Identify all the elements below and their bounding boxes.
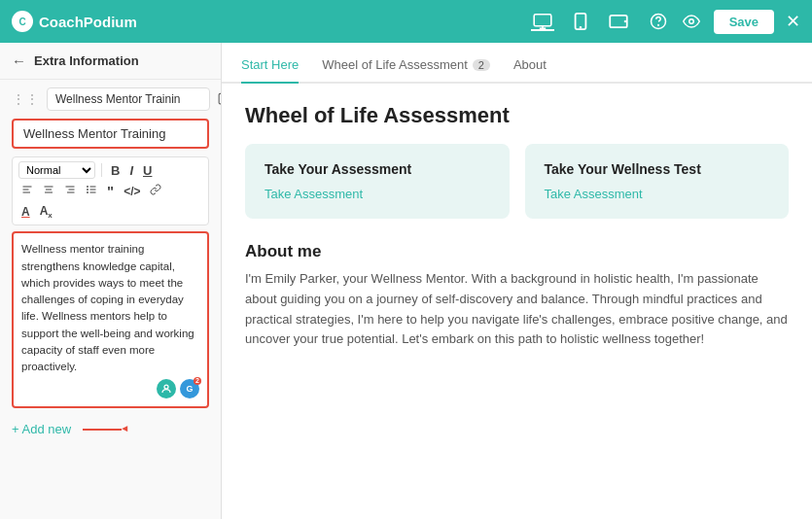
format-select[interactable]: Normal Heading 1 Heading 2: [18, 161, 95, 179]
sidebar-item-row: ⋮⋮: [0, 80, 221, 119]
tab-bar: Start Here Wheel of Life Assessment 2 Ab…: [222, 43, 812, 84]
about-title: About me: [245, 242, 789, 261]
italic-button[interactable]: I: [126, 162, 136, 179]
close-button[interactable]: ✕: [786, 11, 800, 32]
svg-point-25: [164, 385, 168, 389]
card-wellness: Take Your Wellness Test Take Assessment: [525, 144, 790, 219]
avatar-row: G 2: [21, 379, 199, 398]
content-panel: Start Here Wheel of Life Assessment 2 Ab…: [222, 43, 812, 519]
tab-start-here[interactable]: Start Here: [241, 50, 299, 84]
align-center-button[interactable]: [40, 183, 57, 199]
brand-name: CoachPodium: [39, 14, 137, 30]
brand-logo: C: [12, 11, 33, 32]
top-nav: C CoachPodium Save ✕: [0, 0, 812, 43]
sidebar-header: ← Extra Information: [0, 43, 221, 80]
card-assessment-link[interactable]: Take Assessment: [265, 187, 363, 201]
avatar-2: G 2: [180, 379, 199, 398]
svg-point-24: [88, 192, 88, 193]
svg-point-9: [688, 19, 693, 24]
back-button[interactable]: ←: [12, 52, 26, 69]
help-button[interactable]: [648, 11, 669, 32]
card-wellness-title: Take Your Wellness Test: [545, 161, 770, 177]
card-wellness-link[interactable]: Take Assessment: [545, 187, 643, 201]
add-new-row: + Add new: [0, 414, 221, 444]
list-button[interactable]: [83, 183, 100, 199]
underline-button[interactable]: U: [140, 162, 155, 179]
add-new-button[interactable]: + Add new: [12, 422, 71, 436]
link-button[interactable]: [147, 183, 164, 199]
code-button[interactable]: </>: [121, 184, 143, 199]
desktop-view-button[interactable]: [531, 12, 554, 31]
font-color-button[interactable]: A: [18, 204, 33, 220]
tab-wheel[interactable]: Wheel of Life Assessment 2: [322, 50, 490, 84]
cards-row: Take Your Assessment Take Assessment Tak…: [245, 144, 789, 219]
quote-button[interactable]: ": [104, 182, 117, 200]
selected-item-label: Wellness Mentor Training: [12, 119, 209, 149]
tab-about[interactable]: About: [513, 50, 547, 84]
svg-rect-0: [534, 15, 551, 26]
about-text: I'm Emily Parker, your Wellness Mentor. …: [245, 269, 789, 350]
content-text: Wellness mentor training strengthens kno…: [21, 241, 199, 375]
card-assessment: Take Your Assessment Take Assessment: [245, 144, 510, 219]
svg-point-8: [657, 24, 658, 25]
arrow-indicator: [83, 429, 122, 431]
content-editor[interactable]: Wellness mentor training strengthens kno…: [12, 231, 209, 408]
tablet-portrait-view-button[interactable]: [572, 11, 589, 32]
svg-point-22: [88, 187, 88, 188]
toolbar-divider-1: [101, 163, 102, 177]
main-layout: ← Extra Information ⋮⋮ Wellness Mentor T…: [0, 43, 812, 519]
bold-button[interactable]: B: [108, 162, 123, 179]
tablet-landscape-view-button[interactable]: [607, 13, 630, 30]
section-title: Wheel of Life Assessment: [245, 103, 789, 128]
brand: C CoachPodium: [12, 11, 137, 32]
toolbar-row-1: Normal Heading 1 Heading 2 B I U: [18, 161, 202, 179]
toolbar-row-2: " </>: [18, 182, 202, 200]
brand-logo-letter: C: [18, 17, 25, 27]
svg-point-23: [88, 190, 88, 190]
tab-start-here-label: Start Here: [241, 57, 299, 72]
nav-right: Save ✕: [648, 10, 800, 34]
toolbar-row-3: A Ax: [18, 203, 202, 221]
tab-wheel-label: Wheel of Life Assessment: [322, 57, 468, 72]
align-left-button[interactable]: [18, 183, 36, 199]
item-name-input[interactable]: [47, 87, 210, 111]
save-button[interactable]: Save: [714, 10, 774, 34]
card-assessment-title: Take Your Assessment: [265, 161, 490, 177]
svg-point-4: [580, 27, 581, 28]
svg-point-6: [624, 21, 625, 22]
tab-about-label: About: [513, 57, 547, 72]
align-right-button[interactable]: [61, 183, 79, 199]
preview-button[interactable]: [681, 11, 702, 32]
text-toolbar: Normal Heading 1 Heading 2 B I U: [12, 156, 209, 225]
sidebar: ← Extra Information ⋮⋮ Wellness Mentor T…: [0, 43, 222, 519]
avatar-1: [157, 379, 176, 398]
content-scroll: Wheel of Life Assessment Take Your Asses…: [222, 84, 812, 519]
device-switcher: [531, 11, 630, 32]
sidebar-title: Extra Information: [34, 53, 139, 68]
add-new-label: + Add new: [12, 422, 71, 436]
about-section: About me I'm Emily Parker, your Wellness…: [245, 242, 789, 350]
highlight-button[interactable]: Ax: [37, 203, 55, 221]
tab-wheel-badge: 2: [473, 59, 490, 71]
drag-handle-icon[interactable]: ⋮⋮: [12, 91, 39, 107]
